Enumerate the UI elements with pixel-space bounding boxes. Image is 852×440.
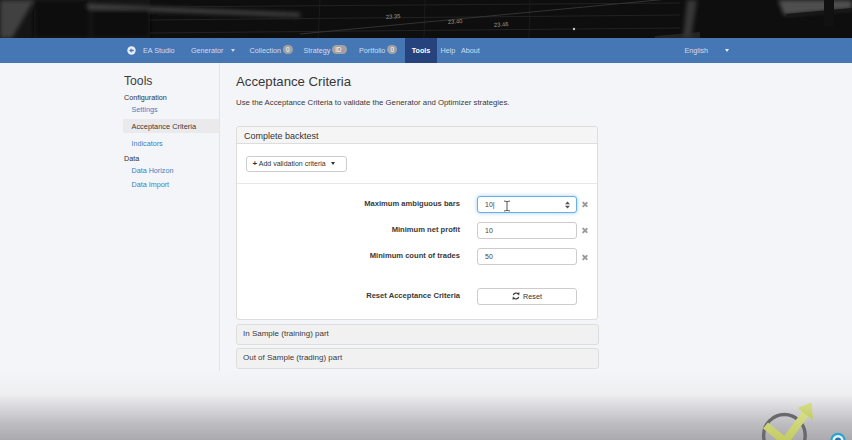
svg-text:23.46: 23.46 bbox=[494, 21, 509, 28]
svg-text:23.40: 23.40 bbox=[448, 18, 463, 25]
svg-text:23.35: 23.35 bbox=[386, 13, 401, 20]
